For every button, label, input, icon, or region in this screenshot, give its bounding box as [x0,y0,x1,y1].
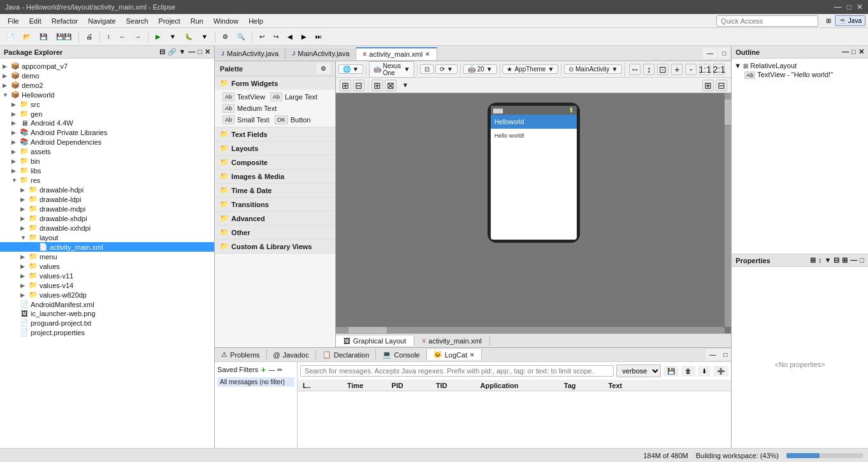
props-categories-icon[interactable]: ⊞ [810,256,816,264]
anchor-button[interactable]: ⊞ [702,80,714,91]
tab-close-icon[interactable]: ✕ [425,51,430,57]
tree-item-values-w820dp[interactable]: ▶ 📁 values-w820dp [0,290,214,300]
tree-item-private-libs[interactable]: ▶ 📚 Android Private Libraries [0,127,214,137]
tree-item-bin[interactable]: ▶ 📁 bin [0,156,214,166]
zoom-fit-width-button[interactable]: ↔ [629,64,640,75]
add-filter-button[interactable]: + [261,365,266,375]
grid-button[interactable]: ⊞ [372,80,383,91]
tree-item-res[interactable]: ▼ 📁 res [0,175,214,185]
tree-item-src[interactable]: ▶ 📁 src [0,99,214,109]
tab-graphical-layout[interactable]: 🖼 Graphical Layout [336,336,414,346]
canvas-scrollbar-horizontal[interactable] [336,327,725,333]
portrait-button[interactable]: ⊡ [420,64,434,74]
props-collapse-icon[interactable]: ⊞ [842,256,848,264]
maximize-button[interactable]: □ [847,3,851,11]
align-center-button[interactable]: ⊟ [353,80,365,91]
palette-section-header-other[interactable]: 📁 Other [215,226,335,239]
activity-button[interactable]: ⊙ MainActivity ▼ [564,64,622,74]
palette-item-textview[interactable]: Ab TextView Ab Large Text [217,91,333,103]
tree-item-android44w[interactable]: ▶ 🖥 Android 4.4W [0,119,214,127]
outline-item-relativelayout[interactable]: ▼ ⊞ RelativeLayout [734,61,865,70]
theme-button[interactable]: ★ AppTheme ▼ [502,64,558,74]
nav-forward-button[interactable]: ▶ [298,31,310,42]
tree-item-assets[interactable]: ▶ 📁 assets [0,147,214,156]
tree-item-drawable-ldpi[interactable]: ▶ 📁 drawable-ldpi [0,194,214,204]
new-button[interactable]: 📄 [3,31,18,42]
menu-project[interactable]: Project [154,16,185,26]
tree-item-helloworld[interactable]: ▼ 📦 Helloworld [0,90,214,99]
menu-search[interactable]: Search [121,16,154,26]
tree-item-proguard[interactable]: 📄 proguard-project.txt [0,318,214,328]
tree-item-ic-launcher[interactable]: 🖼 ic_launcher-web.png [0,309,214,318]
globe-button[interactable]: 🌐 ▼ [338,64,363,74]
all-messages-filter[interactable]: All messages (no filter) [217,377,294,387]
palette-section-header-advanced[interactable]: 📁 Advanced [215,212,335,225]
close-button[interactable]: ✕ [857,3,863,11]
view-dropdown[interactable]: ▼ [398,80,412,90]
menu-run[interactable]: Run [185,16,208,26]
logcat-scroll-button[interactable]: ⬇ [698,366,711,377]
tree-item-appcompat[interactable]: ▶ 📦 appcompat_v7 [0,61,214,71]
props-expand-icon[interactable]: ⊟ [834,256,839,264]
tab-problems[interactable]: ⚠ Problems [215,349,266,360]
outline-close-icon[interactable]: ✕ [858,48,864,56]
palette-item-small-button[interactable]: Ab Small Text OK Button [217,114,333,126]
menu-help[interactable]: Help [243,16,268,26]
pkg-link-icon[interactable]: 🔗 [168,48,177,56]
debug-button[interactable]: 🐛 [181,31,196,42]
tree-item-drawable-mdpi[interactable]: ▶ 📁 drawable-mdpi [0,204,214,213]
tree-item-android-deps[interactable]: ▶ 📚 Android Dependencies [0,137,214,147]
save-button[interactable]: 💾 [36,31,51,42]
java-perspective-button[interactable]: ☕ Java [835,15,865,26]
canvas-area[interactable]: ▓▓▓ 🔋 Helloworld Hello world! [336,93,731,333]
tree-item-layout[interactable]: ▼ 📁 layout [0,233,214,242]
tab-javadoc[interactable]: @ Javadoc [267,350,316,360]
bottom-maximize-button[interactable]: □ [720,349,731,360]
tree-item-gen[interactable]: ▶ 📁 gen [0,109,214,119]
print-button[interactable]: 🖨 [82,31,96,42]
logcat-close-icon[interactable]: ✕ [470,352,475,358]
tab-console[interactable]: 💻 Console [376,349,426,360]
palette-item-medium-text[interactable]: Ab Medium Text [217,103,333,114]
pkg-maximize-icon[interactable]: □ [198,48,202,56]
tree-item-androidmanifest[interactable]: 📄 AndroidManifest.xml [0,300,214,309]
pkg-minimize-icon[interactable]: — [188,48,195,56]
outline-item-textview[interactable]: Ab TextView - "Hello world!" [734,70,865,79]
remove-filter-button[interactable]: — [268,366,275,373]
menu-file[interactable]: File [3,16,24,26]
bottom-minimize-button[interactable]: — [705,349,720,360]
open-button[interactable]: 📂 [19,31,34,42]
menu-refactor[interactable]: Refactor [47,16,83,26]
tree-item-drawable-hdpi[interactable]: ▶ 📁 drawable-hdpi [0,185,214,194]
props-maximize-icon[interactable]: □ [860,256,864,264]
outline-maximize-icon[interactable]: □ [851,48,856,56]
tree-item-demo[interactable]: ▶ 📦 demo [0,71,214,80]
rotate-button[interactable]: ⟳▼ [435,64,458,74]
nav-back-button[interactable]: ◀ [284,31,296,42]
tree-item-menu[interactable]: ▶ 📁 menu [0,252,214,261]
next-edit-button[interactable]: ← [115,31,129,42]
search-button[interactable]: 🔍 [233,31,249,42]
align-left-button[interactable]: ⊞ [340,80,351,91]
tree-item-libs[interactable]: ▶ 📁 libs [0,166,214,175]
tree-item-project-properties[interactable]: 📄 project.properties [0,328,214,337]
run-button[interactable]: ▶ [152,31,164,42]
tab-mainactivity-1[interactable]: J MainActivity.java [215,48,286,59]
api-dropdown[interactable]: 🤖 20 ▼ [463,64,497,74]
props-minimize-icon[interactable]: — [850,256,857,264]
nav-last-button[interactable]: ⏭ [312,31,326,42]
open-perspective-button[interactable]: ⊞ [822,15,835,26]
zoom-double-button[interactable]: 2:1 [713,64,725,75]
tree-item-drawable-xxhdpi[interactable]: ▶ 📁 drawable-xxhdpi [0,223,214,233]
palette-section-header-composite[interactable]: 📁 Composite [215,155,335,169]
pkg-collapse-icon[interactable]: ⊟ [159,48,165,56]
grid-snap-button[interactable]: ⊠ [385,80,396,91]
redo-button[interactable]: ↪ [270,31,282,42]
zoom-in-button[interactable]: + [671,64,683,75]
canvas-scrollbar-vertical[interactable] [725,93,731,327]
tab-declaration[interactable]: 📋 Declaration [316,349,377,360]
pkg-close-icon[interactable]: ✕ [205,48,210,56]
quick-access-input[interactable] [716,15,818,27]
menu-navigate[interactable]: Navigate [83,16,120,26]
refactor-button[interactable]: ↕ [103,31,114,42]
